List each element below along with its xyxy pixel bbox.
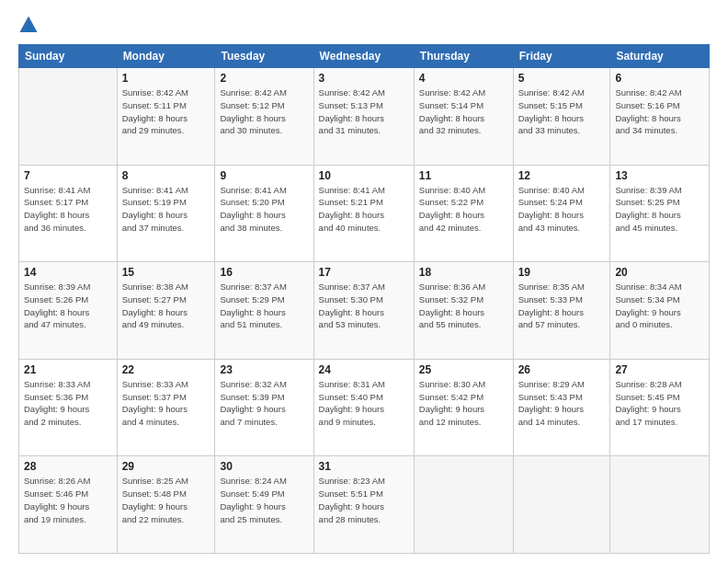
day-number: 13 <box>615 169 704 182</box>
calendar-cell: 14Sunrise: 8:39 AM Sunset: 5:26 PM Dayli… <box>19 262 118 360</box>
day-info: Sunrise: 8:33 AM Sunset: 5:37 PM Dayligh… <box>122 378 210 429</box>
day-info: Sunrise: 8:41 AM Sunset: 5:19 PM Dayligh… <box>122 184 210 235</box>
week-row-1: 1Sunrise: 8:42 AM Sunset: 5:11 PM Daylig… <box>19 68 710 166</box>
calendar-cell: 5Sunrise: 8:42 AM Sunset: 5:15 PM Daylig… <box>513 68 610 166</box>
day-info: Sunrise: 8:42 AM Sunset: 5:14 PM Dayligh… <box>419 86 508 137</box>
calendar-cell: 15Sunrise: 8:38 AM Sunset: 5:27 PM Dayli… <box>117 262 215 360</box>
calendar-cell: 17Sunrise: 8:37 AM Sunset: 5:30 PM Dayli… <box>313 262 414 360</box>
day-header-wednesday: Wednesday <box>313 45 414 68</box>
week-row-4: 21Sunrise: 8:33 AM Sunset: 5:36 PM Dayli… <box>19 359 710 456</box>
calendar-cell: 10Sunrise: 8:41 AM Sunset: 5:21 PM Dayli… <box>313 165 414 262</box>
calendar-cell: 31Sunrise: 8:23 AM Sunset: 5:51 PM Dayli… <box>313 456 414 554</box>
day-number: 14 <box>24 266 112 279</box>
day-number: 9 <box>220 169 308 182</box>
day-header-tuesday: Tuesday <box>215 45 313 68</box>
calendar-cell: 26Sunrise: 8:29 AM Sunset: 5:43 PM Dayli… <box>513 359 610 456</box>
calendar-cell: 16Sunrise: 8:37 AM Sunset: 5:29 PM Dayli… <box>215 262 313 360</box>
day-info: Sunrise: 8:35 AM Sunset: 5:33 PM Dayligh… <box>518 281 606 331</box>
day-number: 23 <box>220 363 308 376</box>
day-info: Sunrise: 8:38 AM Sunset: 5:27 PM Dayligh… <box>122 281 210 331</box>
day-number: 22 <box>122 363 210 376</box>
day-number: 20 <box>615 266 704 279</box>
calendar-cell: 18Sunrise: 8:36 AM Sunset: 5:32 PM Dayli… <box>414 262 513 360</box>
day-info: Sunrise: 8:23 AM Sunset: 5:51 PM Dayligh… <box>319 475 409 525</box>
day-info: Sunrise: 8:42 AM Sunset: 5:16 PM Dayligh… <box>615 86 704 137</box>
calendar-cell: 20Sunrise: 8:34 AM Sunset: 5:34 PM Dayli… <box>610 262 710 360</box>
logo-icon <box>18 15 39 35</box>
day-number: 31 <box>319 460 409 473</box>
day-number: 10 <box>319 169 409 182</box>
calendar-cell: 1Sunrise: 8:42 AM Sunset: 5:11 PM Daylig… <box>117 68 215 166</box>
calendar-table: SundayMondayTuesdayWednesdayThursdayFrid… <box>18 44 710 554</box>
calendar-cell: 30Sunrise: 8:24 AM Sunset: 5:49 PM Dayli… <box>215 456 313 554</box>
calendar-cell: 22Sunrise: 8:33 AM Sunset: 5:37 PM Dayli… <box>117 359 215 456</box>
calendar-cell: 19Sunrise: 8:35 AM Sunset: 5:33 PM Dayli… <box>513 262 610 360</box>
day-info: Sunrise: 8:42 AM Sunset: 5:15 PM Dayligh… <box>518 86 606 137</box>
day-info: Sunrise: 8:37 AM Sunset: 5:30 PM Dayligh… <box>319 281 409 331</box>
day-header-monday: Monday <box>117 45 215 68</box>
calendar-cell <box>610 456 710 554</box>
day-info: Sunrise: 8:28 AM Sunset: 5:45 PM Dayligh… <box>615 378 704 429</box>
calendar-cell: 3Sunrise: 8:42 AM Sunset: 5:13 PM Daylig… <box>313 68 414 166</box>
calendar-header-row: SundayMondayTuesdayWednesdayThursdayFrid… <box>19 45 710 68</box>
day-number: 27 <box>615 363 704 376</box>
calendar-cell: 23Sunrise: 8:32 AM Sunset: 5:39 PM Dayli… <box>215 359 313 456</box>
day-number: 6 <box>615 72 704 85</box>
calendar-cell: 8Sunrise: 8:41 AM Sunset: 5:19 PM Daylig… <box>117 165 215 262</box>
calendar-cell: 25Sunrise: 8:30 AM Sunset: 5:42 PM Dayli… <box>414 359 513 456</box>
day-header-thursday: Thursday <box>414 45 513 68</box>
day-info: Sunrise: 8:42 AM Sunset: 5:13 PM Dayligh… <box>319 86 409 137</box>
day-number: 12 <box>518 169 606 182</box>
calendar-cell: 24Sunrise: 8:31 AM Sunset: 5:40 PM Dayli… <box>313 359 414 456</box>
day-number: 28 <box>24 460 112 473</box>
week-row-3: 14Sunrise: 8:39 AM Sunset: 5:26 PM Dayli… <box>19 262 710 360</box>
calendar-cell <box>19 68 118 166</box>
calendar-body: 1Sunrise: 8:42 AM Sunset: 5:11 PM Daylig… <box>19 68 710 554</box>
day-info: Sunrise: 8:42 AM Sunset: 5:11 PM Dayligh… <box>122 86 210 137</box>
day-info: Sunrise: 8:41 AM Sunset: 5:20 PM Dayligh… <box>220 184 308 235</box>
day-number: 29 <box>122 460 210 473</box>
week-row-5: 28Sunrise: 8:26 AM Sunset: 5:46 PM Dayli… <box>19 456 710 554</box>
day-header-saturday: Saturday <box>610 45 710 68</box>
day-number: 16 <box>220 266 308 279</box>
day-info: Sunrise: 8:30 AM Sunset: 5:42 PM Dayligh… <box>419 378 508 429</box>
calendar-cell: 21Sunrise: 8:33 AM Sunset: 5:36 PM Dayli… <box>19 359 118 456</box>
day-number: 25 <box>419 363 508 376</box>
day-number: 3 <box>319 72 409 85</box>
day-number: 17 <box>319 266 409 279</box>
calendar-cell: 7Sunrise: 8:41 AM Sunset: 5:17 PM Daylig… <box>19 165 118 262</box>
day-header-friday: Friday <box>513 45 610 68</box>
day-info: Sunrise: 8:34 AM Sunset: 5:34 PM Dayligh… <box>615 281 704 331</box>
logo <box>18 15 42 35</box>
day-number: 15 <box>122 266 210 279</box>
day-number: 30 <box>220 460 308 473</box>
day-number: 19 <box>518 266 606 279</box>
calendar-cell: 9Sunrise: 8:41 AM Sunset: 5:20 PM Daylig… <box>215 165 313 262</box>
day-number: 2 <box>220 72 308 85</box>
calendar-cell: 13Sunrise: 8:39 AM Sunset: 5:25 PM Dayli… <box>610 165 710 262</box>
day-info: Sunrise: 8:32 AM Sunset: 5:39 PM Dayligh… <box>220 378 308 429</box>
day-info: Sunrise: 8:40 AM Sunset: 5:22 PM Dayligh… <box>419 184 508 235</box>
day-info: Sunrise: 8:41 AM Sunset: 5:21 PM Dayligh… <box>319 184 409 235</box>
day-info: Sunrise: 8:42 AM Sunset: 5:12 PM Dayligh… <box>220 86 308 137</box>
day-info: Sunrise: 8:36 AM Sunset: 5:32 PM Dayligh… <box>419 281 508 331</box>
calendar-cell: 27Sunrise: 8:28 AM Sunset: 5:45 PM Dayli… <box>610 359 710 456</box>
calendar-cell: 4Sunrise: 8:42 AM Sunset: 5:14 PM Daylig… <box>414 68 513 166</box>
day-info: Sunrise: 8:24 AM Sunset: 5:49 PM Dayligh… <box>220 475 308 525</box>
day-number: 1 <box>122 72 210 85</box>
day-info: Sunrise: 8:39 AM Sunset: 5:25 PM Dayligh… <box>615 184 704 235</box>
day-number: 5 <box>518 72 606 85</box>
day-info: Sunrise: 8:25 AM Sunset: 5:48 PM Dayligh… <box>122 475 210 525</box>
day-number: 24 <box>319 363 409 376</box>
calendar-cell: 11Sunrise: 8:40 AM Sunset: 5:22 PM Dayli… <box>414 165 513 262</box>
day-info: Sunrise: 8:26 AM Sunset: 5:46 PM Dayligh… <box>24 475 112 525</box>
day-number: 7 <box>24 169 112 182</box>
day-info: Sunrise: 8:31 AM Sunset: 5:40 PM Dayligh… <box>319 378 409 429</box>
calendar-cell: 29Sunrise: 8:25 AM Sunset: 5:48 PM Dayli… <box>117 456 215 554</box>
day-number: 21 <box>24 363 112 376</box>
week-row-2: 7Sunrise: 8:41 AM Sunset: 5:17 PM Daylig… <box>19 165 710 262</box>
calendar-cell: 2Sunrise: 8:42 AM Sunset: 5:12 PM Daylig… <box>215 68 313 166</box>
day-header-sunday: Sunday <box>19 45 118 68</box>
calendar-cell: 12Sunrise: 8:40 AM Sunset: 5:24 PM Dayli… <box>513 165 610 262</box>
day-info: Sunrise: 8:33 AM Sunset: 5:36 PM Dayligh… <box>24 378 112 429</box>
